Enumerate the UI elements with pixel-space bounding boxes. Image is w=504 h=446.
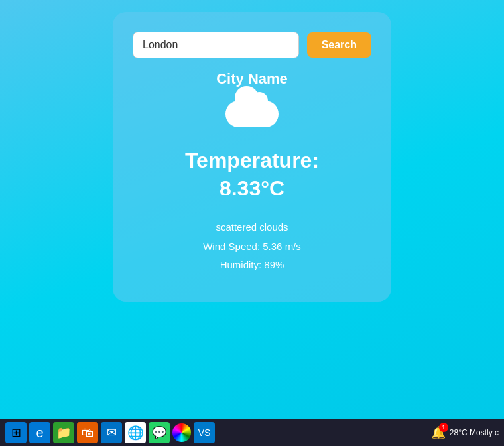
cloud-shape xyxy=(225,101,279,127)
city-name: City Name xyxy=(216,70,288,87)
humidity-value: 89% xyxy=(264,259,284,270)
taskbar-vscode[interactable]: VS xyxy=(194,422,215,443)
taskbar-mail[interactable]: ✉ xyxy=(101,422,122,443)
humidity-label: Humidity: xyxy=(220,259,262,270)
search-row: Search xyxy=(133,32,371,58)
weather-card: Search City Name Temperature: 8.33°C sca… xyxy=(113,12,391,302)
humidity: Humidity: 89% xyxy=(203,256,301,275)
taskbar-whatsapp[interactable]: 💬 xyxy=(149,422,170,443)
notification-icon[interactable]: 🔔 xyxy=(431,425,446,440)
taskbar-store[interactable]: 🛍 xyxy=(77,422,98,443)
taskbar-edge[interactable]: e xyxy=(29,422,50,443)
taskbar-rainbow[interactable] xyxy=(172,423,191,442)
weather-details: scattered clouds Wind Speed: 5.36 m/s Hu… xyxy=(203,218,301,275)
wind-speed-label: Wind Speed: xyxy=(203,241,260,252)
wind-speed-value: 5.36 m/s xyxy=(263,241,301,252)
taskbar-explorer[interactable]: 📁 xyxy=(53,422,74,443)
temperature-value: 8.33°C xyxy=(220,176,284,200)
taskbar-chrome[interactable]: 🌐 xyxy=(125,422,146,443)
cloud-icon xyxy=(225,101,279,127)
weather-description: scattered clouds xyxy=(203,218,301,237)
search-button[interactable]: Search xyxy=(307,32,371,58)
temperature-label: Temperature: xyxy=(185,148,319,172)
taskbar-taskview[interactable]: ⊞ xyxy=(5,422,27,443)
taskbar: ⊞ e 📁 🛍 ✉ 🌐 💬 VS 🔔 28°C Mostly c xyxy=(0,419,504,446)
taskbar-right: 🔔 28°C Mostly c xyxy=(431,425,499,440)
taskbar-weather: 28°C Mostly c xyxy=(450,428,499,437)
city-input[interactable] xyxy=(133,32,299,58)
temperature-display: Temperature: 8.33°C xyxy=(185,147,319,202)
wind-speed: Wind Speed: 5.36 m/s xyxy=(203,237,301,256)
